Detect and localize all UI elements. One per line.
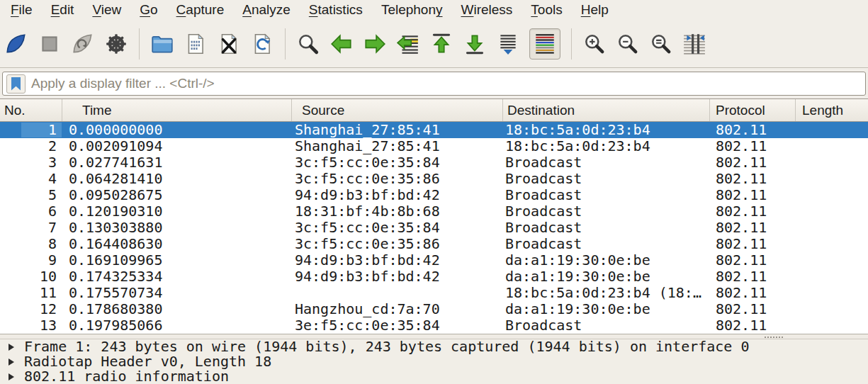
zoom-out-icon[interactable] bbox=[616, 32, 640, 56]
go-forward-icon[interactable] bbox=[363, 32, 387, 56]
menu-capture[interactable]: Capture bbox=[167, 0, 234, 20]
capture-options-icon[interactable] bbox=[104, 32, 128, 56]
packet-row[interactable]: 30.0277416313c:f5:cc:0e:35:84Broadcast80… bbox=[0, 154, 868, 171]
expand-arrow-icon[interactable] bbox=[9, 373, 14, 380]
filter-bookmark-button[interactable] bbox=[6, 74, 26, 94]
close-file-icon[interactable] bbox=[217, 32, 241, 56]
start-capture-icon[interactable] bbox=[4, 32, 28, 56]
find-packet-icon[interactable] bbox=[296, 32, 320, 56]
pane-splitter[interactable] bbox=[0, 334, 868, 339]
packet-row[interactable]: 20.002091094Shanghai_27:85:4118:bc:5a:0d… bbox=[0, 138, 868, 154]
filter-placeholder: Apply a display filter ... <Ctrl-/> bbox=[31, 76, 215, 91]
packet-list: No. Time Source Destination Protocol Len… bbox=[0, 99, 868, 334]
detail-line-radiotap[interactable]: Radiotap Header v0, Length 18 bbox=[0, 354, 868, 369]
menu-file[interactable]: File bbox=[1, 0, 42, 20]
packet-row[interactable]: 60.12019031018:31:bf:4b:8b:68Broadcast80… bbox=[0, 203, 868, 220]
packet-row[interactable]: 120.178680380Hangzhou_cd:7a:70da:a1:19:3… bbox=[0, 301, 868, 317]
go-first-icon[interactable] bbox=[429, 32, 453, 56]
menu-wireless[interactable]: Wireless bbox=[452, 0, 522, 20]
colorize-packets-icon[interactable] bbox=[529, 28, 560, 60]
packet-row[interactable]: 110.17557073418:bc:5a:0d:23:b4 (18:…802.… bbox=[0, 285, 868, 301]
menu-edit[interactable]: Edit bbox=[42, 0, 84, 20]
column-header-source[interactable]: Source bbox=[292, 99, 503, 121]
expand-arrow-icon[interactable] bbox=[9, 344, 14, 351]
splitter-grip-icon[interactable] bbox=[764, 336, 784, 338]
packet-row[interactable]: 70.1303038803c:f5:cc:0e:35:84Broadcast80… bbox=[0, 220, 868, 236]
filter-toolbar: Apply a display filter ... <Ctrl-/> bbox=[0, 68, 868, 99]
go-last-icon[interactable] bbox=[463, 32, 487, 56]
packet-list-header: No. Time Source Destination Protocol Len… bbox=[0, 99, 868, 122]
detail-text: Frame 1: 243 bytes on wire (1944 bits), … bbox=[24, 339, 750, 354]
menu-view[interactable]: View bbox=[83, 0, 130, 20]
bookmark-icon bbox=[11, 77, 21, 91]
detail-text: 802.11 radio information bbox=[24, 369, 229, 384]
packet-row[interactable]: 50.09502867594:d9:b3:bf:bd:42Broadcast80… bbox=[0, 187, 868, 203]
packet-row[interactable]: 80.1644086303c:f5:cc:0e:35:86Broadcast80… bbox=[0, 236, 868, 252]
menu-help[interactable]: Help bbox=[572, 0, 618, 20]
detail-text: Radiotap Header v0, Length 18 bbox=[24, 354, 271, 369]
reload-file-icon[interactable] bbox=[250, 32, 274, 56]
wireshark-window: File Edit View Go Capture Analyze Statis… bbox=[0, 0, 868, 384]
toolbar-separator bbox=[571, 28, 572, 60]
packet-detail-pane: Frame 1: 243 bytes on wire (1944 bits), … bbox=[0, 339, 868, 384]
menu-statistics[interactable]: Statistics bbox=[300, 0, 372, 20]
display-filter-input[interactable]: Apply a display filter ... <Ctrl-/> bbox=[2, 72, 866, 96]
menu-bar: File Edit View Go Capture Analyze Statis… bbox=[0, 0, 868, 20]
toolbar-separator bbox=[139, 28, 140, 60]
column-header-time[interactable]: Time bbox=[62, 99, 292, 121]
packet-rows: 10.000000000Shanghai_27:85:4118:bc:5a:0d… bbox=[0, 122, 868, 334]
open-file-icon[interactable] bbox=[150, 32, 174, 56]
toolbar-separator bbox=[285, 28, 286, 60]
go-back-icon[interactable] bbox=[329, 32, 354, 56]
menu-tools[interactable]: Tools bbox=[522, 0, 571, 20]
menu-telephony[interactable]: Telephony bbox=[372, 0, 452, 20]
stop-capture-icon[interactable] bbox=[38, 32, 62, 56]
expand-arrow-icon[interactable] bbox=[9, 358, 14, 366]
detail-line-radio-info[interactable]: 802.11 radio information bbox=[0, 369, 868, 384]
packet-row[interactable]: 100.17432533494:d9:b3:bf:bd:42da:a1:19:3… bbox=[0, 269, 868, 285]
packet-row[interactable]: 40.0642814103c:f5:cc:0e:35:86Broadcast80… bbox=[0, 171, 868, 187]
column-header-no[interactable]: No. bbox=[0, 99, 62, 121]
column-header-destination[interactable]: Destination bbox=[503, 99, 710, 121]
resize-columns-icon[interactable] bbox=[682, 32, 706, 56]
detail-line-frame[interactable]: Frame 1: 243 bytes on wire (1944 bits), … bbox=[0, 339, 868, 354]
zoom-in-icon[interactable] bbox=[582, 32, 607, 56]
column-header-protocol[interactable]: Protocol bbox=[710, 99, 796, 121]
packet-row[interactable]: 10.000000000Shanghai_27:85:4118:bc:5a:0d… bbox=[0, 122, 868, 138]
packet-row[interactable]: 90.16910996594:d9:b3:bf:bd:42da:a1:19:30… bbox=[0, 252, 868, 269]
zoom-original-icon[interactable] bbox=[649, 32, 673, 56]
menu-go[interactable]: Go bbox=[130, 0, 167, 20]
go-to-packet-icon[interactable] bbox=[396, 32, 420, 56]
restart-capture-icon[interactable] bbox=[71, 32, 95, 56]
save-file-icon[interactable] bbox=[184, 32, 208, 56]
main-toolbar bbox=[0, 20, 868, 68]
packet-row[interactable]: 130.1979850663e:f5:cc:0e:35:84Broadcast8… bbox=[0, 317, 868, 334]
auto-scroll-icon[interactable] bbox=[496, 32, 520, 56]
column-header-length[interactable]: Length bbox=[796, 99, 868, 121]
menu-analyze[interactable]: Analyze bbox=[233, 0, 300, 20]
